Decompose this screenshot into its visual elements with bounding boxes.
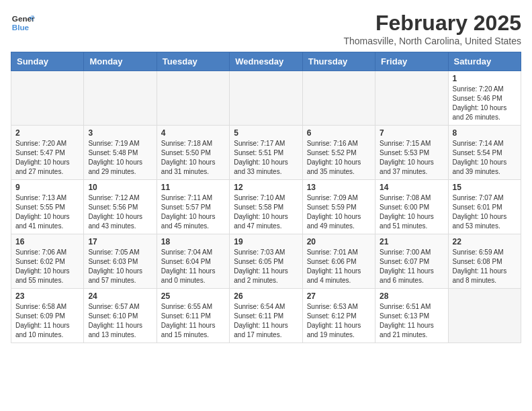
page-header: General Blue February 2025 Thomasville, … [11, 11, 521, 46]
column-header-saturday: Saturday [448, 52, 521, 71]
day-info: Sunrise: 7:06 AM Sunset: 6:02 PM Dayligh… [15, 248, 79, 285]
day-number: 9 [15, 183, 79, 192]
calendar-cell: 1Sunrise: 7:20 AM Sunset: 5:46 PM Daylig… [448, 71, 521, 126]
calendar-cell: 7Sunrise: 7:15 AM Sunset: 5:53 PM Daylig… [375, 126, 448, 180]
calendar-cell: 21Sunrise: 7:00 AM Sunset: 6:07 PM Dayli… [375, 234, 448, 289]
day-info: Sunrise: 7:20 AM Sunset: 5:46 PM Dayligh… [453, 85, 517, 122]
calendar-week-row: 23Sunrise: 6:58 AM Sunset: 6:09 PM Dayli… [11, 289, 521, 343]
calendar-cell: 4Sunrise: 7:18 AM Sunset: 5:50 PM Daylig… [157, 126, 229, 180]
title-block: February 2025 Thomasville, North Carolin… [343, 11, 521, 46]
day-number: 27 [307, 291, 371, 301]
day-info: Sunrise: 7:17 AM Sunset: 5:51 PM Dayligh… [234, 139, 298, 177]
calendar-cell: 18Sunrise: 7:04 AM Sunset: 6:04 PM Dayli… [157, 234, 229, 289]
calendar-cell: 13Sunrise: 7:09 AM Sunset: 5:59 PM Dayli… [302, 180, 375, 234]
day-number: 17 [88, 237, 152, 246]
calendar-cell [230, 71, 302, 126]
day-number: 20 [307, 237, 371, 246]
column-header-tuesday: Tuesday [157, 52, 229, 71]
calendar-cell: 25Sunrise: 6:55 AM Sunset: 6:11 PM Dayli… [157, 289, 229, 343]
calendar-cell: 23Sunrise: 6:58 AM Sunset: 6:09 PM Dayli… [11, 289, 84, 343]
calendar-cell: 3Sunrise: 7:19 AM Sunset: 5:48 PM Daylig… [84, 126, 157, 180]
day-info: Sunrise: 7:15 AM Sunset: 5:53 PM Dayligh… [380, 139, 443, 177]
day-info: Sunrise: 7:19 AM Sunset: 5:48 PM Dayligh… [88, 139, 152, 177]
calendar-cell: 11Sunrise: 7:11 AM Sunset: 5:57 PM Dayli… [157, 180, 229, 234]
calendar-cell: 8Sunrise: 7:14 AM Sunset: 5:54 PM Daylig… [448, 126, 521, 180]
day-number: 25 [161, 291, 225, 301]
day-info: Sunrise: 7:09 AM Sunset: 5:59 PM Dayligh… [307, 193, 371, 231]
calendar-week-row: 2Sunrise: 7:20 AM Sunset: 5:47 PM Daylig… [11, 126, 521, 180]
calendar-cell: 28Sunrise: 6:51 AM Sunset: 6:13 PM Dayli… [375, 289, 448, 343]
day-info: Sunrise: 7:01 AM Sunset: 6:06 PM Dayligh… [307, 248, 371, 285]
column-header-wednesday: Wednesday [230, 52, 302, 71]
calendar-cell [84, 71, 157, 126]
calendar-cell: 15Sunrise: 7:07 AM Sunset: 6:01 PM Dayli… [448, 180, 521, 234]
day-info: Sunrise: 7:12 AM Sunset: 5:56 PM Dayligh… [88, 193, 152, 231]
calendar-cell [11, 71, 84, 126]
day-number: 7 [380, 128, 443, 138]
day-number: 15 [453, 183, 517, 192]
day-number: 5 [234, 128, 298, 138]
calendar-cell: 20Sunrise: 7:01 AM Sunset: 6:06 PM Dayli… [302, 234, 375, 289]
day-info: Sunrise: 7:18 AM Sunset: 5:50 PM Dayligh… [161, 139, 225, 177]
day-info: Sunrise: 7:05 AM Sunset: 6:03 PM Dayligh… [88, 248, 152, 285]
day-info: Sunrise: 7:20 AM Sunset: 5:47 PM Dayligh… [15, 139, 79, 177]
day-info: Sunrise: 6:55 AM Sunset: 6:11 PM Dayligh… [161, 302, 225, 340]
calendar-cell: 12Sunrise: 7:10 AM Sunset: 5:58 PM Dayli… [230, 180, 302, 234]
calendar-cell: 6Sunrise: 7:16 AM Sunset: 5:52 PM Daylig… [302, 126, 375, 180]
column-header-friday: Friday [375, 52, 448, 71]
day-info: Sunrise: 7:14 AM Sunset: 5:54 PM Dayligh… [453, 139, 517, 177]
day-number: 16 [15, 237, 79, 246]
day-number: 13 [307, 183, 371, 192]
calendar-cell: 9Sunrise: 7:13 AM Sunset: 5:55 PM Daylig… [11, 180, 84, 234]
day-info: Sunrise: 7:11 AM Sunset: 5:57 PM Dayligh… [161, 193, 225, 231]
svg-text:Blue: Blue [12, 23, 30, 32]
calendar-cell: 19Sunrise: 7:03 AM Sunset: 6:05 PM Dayli… [230, 234, 302, 289]
day-number: 6 [307, 128, 371, 138]
day-info: Sunrise: 6:54 AM Sunset: 6:11 PM Dayligh… [234, 302, 298, 340]
day-number: 21 [380, 237, 443, 246]
day-info: Sunrise: 6:51 AM Sunset: 6:13 PM Dayligh… [380, 302, 443, 340]
calendar-cell: 5Sunrise: 7:17 AM Sunset: 5:51 PM Daylig… [230, 126, 302, 180]
column-header-monday: Monday [84, 52, 157, 71]
column-header-thursday: Thursday [302, 52, 375, 71]
day-info: Sunrise: 6:59 AM Sunset: 6:08 PM Dayligh… [453, 248, 517, 285]
calendar-cell: 17Sunrise: 7:05 AM Sunset: 6:03 PM Dayli… [84, 234, 157, 289]
calendar-cell [375, 71, 448, 126]
day-info: Sunrise: 7:07 AM Sunset: 6:01 PM Dayligh… [453, 193, 517, 231]
day-number: 19 [234, 237, 298, 246]
day-info: Sunrise: 6:58 AM Sunset: 6:09 PM Dayligh… [15, 302, 79, 340]
day-number: 2 [15, 128, 79, 138]
day-number: 1 [453, 74, 517, 83]
day-number: 4 [161, 128, 225, 138]
calendar-week-row: 16Sunrise: 7:06 AM Sunset: 6:02 PM Dayli… [11, 234, 521, 289]
calendar-cell: 2Sunrise: 7:20 AM Sunset: 5:47 PM Daylig… [11, 126, 84, 180]
day-info: Sunrise: 6:57 AM Sunset: 6:10 PM Dayligh… [88, 302, 152, 340]
day-number: 10 [88, 183, 152, 192]
calendar-week-row: 9Sunrise: 7:13 AM Sunset: 5:55 PM Daylig… [11, 180, 521, 234]
calendar-cell: 22Sunrise: 6:59 AM Sunset: 6:08 PM Dayli… [448, 234, 521, 289]
day-info: Sunrise: 7:16 AM Sunset: 5:52 PM Dayligh… [307, 139, 371, 177]
day-number: 28 [380, 291, 443, 301]
day-info: Sunrise: 7:00 AM Sunset: 6:07 PM Dayligh… [380, 248, 443, 285]
month-year-title: February 2025 [343, 11, 521, 36]
day-info: Sunrise: 7:13 AM Sunset: 5:55 PM Dayligh… [15, 193, 79, 231]
day-number: 12 [234, 183, 298, 192]
calendar-table: SundayMondayTuesdayWednesdayThursdayFrid… [11, 52, 521, 343]
logo-icon: General Blue [11, 11, 35, 35]
calendar-cell: 16Sunrise: 7:06 AM Sunset: 6:02 PM Dayli… [11, 234, 84, 289]
calendar-cell [157, 71, 229, 126]
calendar-cell: 14Sunrise: 7:08 AM Sunset: 6:00 PM Dayli… [375, 180, 448, 234]
day-info: Sunrise: 7:08 AM Sunset: 6:00 PM Dayligh… [380, 193, 443, 231]
day-info: Sunrise: 6:53 AM Sunset: 6:12 PM Dayligh… [307, 302, 371, 340]
calendar-cell [302, 71, 375, 126]
calendar-cell: 27Sunrise: 6:53 AM Sunset: 6:12 PM Dayli… [302, 289, 375, 343]
day-info: Sunrise: 7:03 AM Sunset: 6:05 PM Dayligh… [234, 248, 298, 285]
day-number: 23 [15, 291, 79, 301]
day-info: Sunrise: 7:10 AM Sunset: 5:58 PM Dayligh… [234, 193, 298, 231]
day-number: 26 [234, 291, 298, 301]
calendar-cell: 26Sunrise: 6:54 AM Sunset: 6:11 PM Dayli… [230, 289, 302, 343]
day-number: 11 [161, 183, 225, 192]
calendar-week-row: 1Sunrise: 7:20 AM Sunset: 5:46 PM Daylig… [11, 71, 521, 126]
day-info: Sunrise: 7:04 AM Sunset: 6:04 PM Dayligh… [161, 248, 225, 285]
calendar-cell: 24Sunrise: 6:57 AM Sunset: 6:10 PM Dayli… [84, 289, 157, 343]
